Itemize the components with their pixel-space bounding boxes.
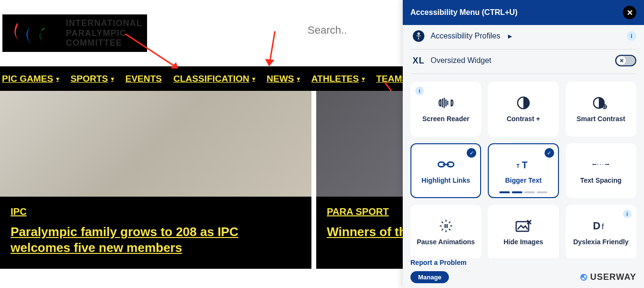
tile-highlight-links[interactable]: ✓ Highlight Links (410, 143, 481, 198)
tile-label: Contrast + (507, 115, 540, 123)
tile-smart-contrast[interactable]: Smart Contrast (566, 82, 636, 137)
accessibility-panel: Accessibility Menu (CTRL+U) ✕ Accessibil… (403, 0, 644, 288)
site-logo[interactable]: INTERNATIONAL PARALYMPIC COMMITTEE (2, 14, 147, 52)
news-card-1[interactable]: IPC Paralympic family grows to 208 as IP… (0, 91, 311, 269)
card-tag[interactable]: PARA SPORT (327, 206, 389, 217)
oversized-widget-label: Oversized Widget (431, 56, 491, 65)
tile-label: Pause Animations (417, 238, 475, 246)
userway-logo-icon: ⎋ (581, 271, 587, 283)
report-problem-link[interactable]: Report a Problem (410, 259, 467, 266)
svg-text:f: f (602, 222, 604, 231)
tile-bigger-text[interactable]: ✓ TT Bigger Text (488, 143, 558, 198)
card-tag[interactable]: IPC (11, 206, 26, 217)
nav-label: NEWS (267, 74, 294, 84)
nav-label: EVENTS (125, 74, 162, 84)
nav-label: ATHLETES (311, 74, 359, 84)
tile-contrast[interactable]: Contrast + (488, 82, 558, 137)
tile-dyslexia-friendly[interactable]: i Df Dyslexia Friendly (566, 205, 636, 258)
step-indicator (499, 191, 547, 193)
logo-text-line2: PARALYMPIC (66, 28, 142, 38)
accessibility-scroll[interactable]: Accessibility Profiles ▶ i XL Oversized … (403, 25, 644, 258)
svg-line-24 (449, 229, 450, 230)
svg-rect-28 (446, 224, 448, 228)
accessibility-profiles-label: Accessibility Profiles (431, 32, 500, 40)
chevron-down-icon: ▾ (56, 75, 59, 82)
oversized-widget-row[interactable]: XL Oversized Widget ✕ (410, 50, 636, 74)
card-image (0, 91, 311, 197)
check-icon: ✓ (545, 148, 554, 158)
chevron-down-icon: ▾ (362, 75, 365, 82)
nav-events[interactable]: EVENTS (125, 74, 162, 84)
search-wrap (308, 24, 375, 37)
close-icon: ✕ (627, 8, 633, 17)
logo-text-line1: INTERNATIONAL (66, 18, 142, 28)
tile-label: Dyslexia Friendly (573, 238, 629, 246)
agitos-icon (7, 19, 60, 48)
svg-line-25 (442, 229, 443, 230)
nav-label: SPORTS (71, 74, 108, 84)
pause-animations-icon (437, 219, 455, 233)
xl-icon: XL (412, 54, 425, 67)
card-title[interactable]: Paralympic family grows to 208 as IPC we… (11, 224, 301, 255)
dyslexia-icon: Df (592, 219, 609, 233)
logo-text: INTERNATIONAL PARALYMPIC COMMITTEE (66, 18, 142, 48)
contrast-icon (515, 96, 532, 110)
accessibility-profiles-icon (412, 30, 425, 42)
tile-label: Bigger Text (505, 176, 542, 184)
nav-label: PIC GAMES (2, 74, 53, 84)
accessibility-profiles-row[interactable]: Accessibility Profiles ▶ i (410, 25, 636, 50)
svg-rect-27 (445, 224, 446, 228)
tile-label: Hide Images (504, 238, 543, 246)
accessibility-tiles: i Screen Reader Contrast + Smart Contras… (410, 74, 636, 258)
nav-classification[interactable]: CLASSIFICATION▾ (173, 74, 255, 84)
card-body: IPC Paralympic family grows to 208 as IP… (0, 197, 311, 269)
chevron-down-icon: ▾ (111, 75, 114, 82)
chevron-down-icon: ▾ (297, 75, 300, 82)
tile-hide-images[interactable]: Hide Images (488, 205, 558, 258)
svg-point-7 (418, 33, 420, 35)
logo-text-line3: COMMITTEE (66, 38, 142, 48)
tile-label: Smart Contrast (577, 115, 625, 123)
nav-news[interactable]: NEWS▾ (267, 74, 300, 84)
close-button[interactable]: ✕ (623, 6, 636, 19)
tile-screen-reader[interactable]: i Screen Reader (410, 82, 481, 137)
accessibility-header: Accessibility Menu (CTRL+U) ✕ (403, 0, 644, 25)
tile-label: Screen Reader (422, 115, 470, 123)
info-icon[interactable]: i (623, 210, 632, 218)
highlight-links-icon (437, 157, 455, 172)
screen-reader-icon (437, 96, 455, 110)
chevron-down-icon: ▾ (252, 75, 255, 82)
toggle-knob-icon: ✕ (617, 56, 626, 65)
nav-pic-games[interactable]: PIC GAMES▾ (2, 74, 59, 84)
accessibility-footer: Report a Problem Manage ⎋ USERWAY (403, 258, 644, 288)
check-icon: ✓ (467, 148, 476, 158)
userway-brand-text: USERWAY (590, 272, 636, 282)
svg-line-23 (442, 222, 443, 223)
text-spacing-icon (592, 157, 609, 172)
svg-text:T: T (516, 163, 520, 169)
info-icon[interactable]: i (627, 31, 636, 41)
oversized-toggle[interactable]: ✕ (615, 55, 636, 66)
nav-athletes[interactable]: ATHLETES▾ (311, 74, 365, 84)
hide-images-icon (515, 219, 532, 233)
bigger-text-icon: TT (515, 157, 532, 172)
svg-text:T: T (522, 160, 528, 170)
svg-line-26 (449, 222, 450, 223)
manage-button[interactable]: Manage (410, 271, 449, 283)
smart-contrast-icon (592, 96, 609, 110)
nav-label: CLASSIFICATION (173, 74, 249, 84)
svg-text:D: D (593, 220, 601, 232)
search-input[interactable] (308, 24, 375, 37)
tile-label: Text Spacing (580, 176, 621, 184)
chevron-right-icon: ▶ (508, 33, 512, 39)
tile-label: Highlight Links (421, 176, 470, 184)
info-icon[interactable]: i (415, 87, 424, 95)
tile-text-spacing[interactable]: Text Spacing (566, 143, 636, 198)
nav-sports[interactable]: SPORTS▾ (71, 74, 114, 84)
accessibility-title: Accessibility Menu (CTRL+U) (410, 8, 518, 17)
userway-brand[interactable]: ⎋ USERWAY (581, 271, 636, 283)
tile-pause-animations[interactable]: Pause Animations (410, 205, 481, 258)
